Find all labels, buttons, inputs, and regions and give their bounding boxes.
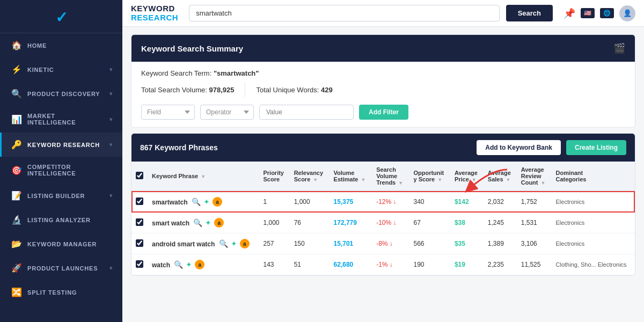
filter-value-input[interactable] bbox=[259, 105, 354, 120]
brand-logo: KEYWORD RESEARCH bbox=[131, 4, 178, 22]
volume-link-0[interactable]: 15,375 bbox=[334, 198, 354, 206]
row-trend-1: -10% ↓ bbox=[372, 213, 409, 233]
sidebar-item-split-testing[interactable]: 🔀 SPLIT TESTING bbox=[0, 280, 122, 304]
amazon-phrase-icon-1[interactable]: a bbox=[214, 218, 224, 228]
volume-label: Total Search Volume: bbox=[141, 86, 207, 94]
table-wrapper: Keyword Phrase ▼ PriorityScore Relevancy… bbox=[131, 162, 635, 275]
select-all-col bbox=[131, 162, 148, 191]
filter-field-select[interactable]: Field bbox=[141, 105, 195, 120]
sidebar-item-market-intelligence[interactable]: 📊 MARKET INTELLIGENCE ▾ bbox=[0, 106, 122, 133]
trend-value-0: -12% ↓ bbox=[376, 198, 396, 206]
volume-link-2[interactable]: 15,701 bbox=[334, 240, 354, 247]
summary-body: Keyword Search Term: "smartwatch" Total … bbox=[131, 62, 635, 127]
col-volume-estimate[interactable]: VolumeEstimate ▼ bbox=[330, 162, 372, 191]
sidebar-item-home[interactable]: 🏠 HOME bbox=[0, 33, 122, 57]
search-phrase-icon-0[interactable]: 🔍 bbox=[192, 197, 201, 206]
summary-stats: Total Search Volume: 978,925 Total Uniqu… bbox=[141, 83, 625, 97]
total-search-volume: Total Search Volume: 978,925 bbox=[141, 83, 245, 97]
col-keyword-phrase[interactable]: Keyword Phrase ▼ bbox=[148, 162, 259, 191]
chevron-icon-listing-builder: ▾ bbox=[109, 193, 113, 199]
col-opportunity-score[interactable]: Opportunity Score ▼ bbox=[409, 162, 450, 191]
video-icon[interactable]: 🎬 bbox=[613, 42, 625, 54]
sidebar-item-keyword-manager[interactable]: 📂 KEYWORD MANAGER bbox=[0, 232, 122, 256]
table-row: smart watch 🔍 ✦ a 1,000 76 172,779 -10% … bbox=[131, 213, 635, 233]
row-categories-3: Clothing, Sho... Electronics bbox=[552, 254, 635, 275]
col-search-volume-trends[interactable]: SearchVolumeTrends ▼ bbox=[372, 162, 409, 191]
table-row: smartwatch 🔍 ✦ a 1 1,000 15,375 -12% ↓ 3… bbox=[131, 191, 635, 213]
col-average-price[interactable]: AveragePrice ▼ bbox=[450, 162, 484, 191]
row-phrase-3: watch 🔍 ✦ a bbox=[148, 254, 259, 275]
row-avg-price-1: $38 bbox=[450, 213, 484, 233]
summary-header: Keyword Search Summary 🎬 bbox=[131, 35, 635, 62]
col-priority-score[interactable]: PriorityScore bbox=[259, 162, 289, 191]
user-avatar[interactable]: 👤 bbox=[619, 5, 635, 21]
sidebar-item-kinetic[interactable]: ⚡ KINETIC ▾ bbox=[0, 57, 122, 82]
col-relevancy-score[interactable]: RelevancyScore ▼ bbox=[290, 162, 330, 191]
row-avg-sales-3: 2,235 bbox=[484, 254, 517, 275]
row-categories-1: Electronics bbox=[552, 213, 635, 233]
row-relevancy-1: 76 bbox=[290, 213, 330, 233]
unique-label: Total Unique Words: bbox=[256, 86, 319, 94]
chevron-icon-product-launches: ▾ bbox=[109, 265, 113, 271]
row-avg-price-3: $19 bbox=[450, 254, 484, 275]
amazon-phrase-icon-0[interactable]: a bbox=[213, 197, 222, 207]
search-phrase-icon-3[interactable]: 🔍 bbox=[174, 260, 183, 269]
globe-selector[interactable]: 🌐 bbox=[600, 8, 614, 18]
add-filter-button[interactable]: Add Filter bbox=[359, 105, 408, 120]
row-checkbox-0[interactable] bbox=[136, 197, 143, 205]
create-listing-button[interactable]: Create Listing bbox=[566, 140, 626, 155]
filter-row: Field Operator Add Filter bbox=[141, 105, 625, 120]
row-checkbox-cell bbox=[131, 233, 148, 254]
keyword-phrase-icon-1[interactable]: ✦ bbox=[205, 218, 211, 227]
phrase-text-1: smart watch bbox=[152, 219, 189, 227]
row-checkbox-1[interactable] bbox=[136, 218, 143, 226]
sidebar-nav: 🏠 HOME ⚡ KINETIC ▾ 🔍 PRODUCT DISCOVERY ▾… bbox=[0, 33, 122, 322]
col-average-review-count[interactable]: AverageReviewCount ▼ bbox=[517, 162, 552, 191]
nav-icon-split-testing: 🔀 bbox=[11, 287, 22, 297]
sidebar-item-product-launches[interactable]: 🚀 PRODUCT LAUNCHES ▾ bbox=[0, 256, 122, 280]
row-phrase-0: smartwatch 🔍 ✦ a bbox=[148, 191, 259, 213]
phrase-icons-3: 🔍 ✦ a bbox=[174, 260, 204, 269]
nav-icon-product-discovery: 🔍 bbox=[11, 89, 22, 99]
row-priority-1: 1,000 bbox=[259, 213, 289, 233]
row-checkbox-3[interactable] bbox=[136, 260, 143, 268]
sidebar-item-keyword-research[interactable]: 🔑 KEYWORD RESEARCH ▾ bbox=[0, 133, 122, 157]
row-avg-price-0: $142 bbox=[450, 191, 484, 213]
row-priority-0: 1 bbox=[259, 191, 289, 213]
sidebar-item-product-discovery[interactable]: 🔍 PRODUCT DISCOVERY ▾ bbox=[0, 82, 122, 106]
total-unique-words: Total Unique Words: 429 bbox=[256, 83, 343, 97]
volume-link-3[interactable]: 62,680 bbox=[334, 261, 354, 268]
unique-value: 429 bbox=[321, 86, 333, 94]
trend-value-3: -1% ↓ bbox=[376, 261, 393, 268]
nav-icon-competitor-intelligence: 🎯 bbox=[11, 165, 22, 175]
sidebar-item-listing-builder[interactable]: 📝 LISTING BUILDER ▾ bbox=[0, 184, 122, 208]
trend-value-2: -8% ↓ bbox=[376, 240, 393, 247]
keywords-table: Keyword Phrase ▼ PriorityScore Relevancy… bbox=[131, 162, 635, 275]
brand-keyword: KEYWORD bbox=[131, 4, 178, 13]
search-phrase-icon-1[interactable]: 🔍 bbox=[193, 218, 202, 227]
filter-operator-select[interactable]: Operator bbox=[200, 105, 254, 120]
add-to-keyword-bank-button[interactable]: Add to Keyword Bank bbox=[477, 140, 561, 155]
amazon-phrase-icon-3[interactable]: a bbox=[195, 260, 204, 269]
row-phrase-1: smart watch 🔍 ✦ a bbox=[148, 213, 259, 233]
select-all-checkbox[interactable] bbox=[136, 172, 143, 179]
nav-icon-keyword-manager: 📂 bbox=[11, 239, 22, 249]
keyword-phrase-icon-0[interactable]: ✦ bbox=[203, 197, 210, 206]
search-phrase-icon-2[interactable]: 🔍 bbox=[219, 239, 228, 248]
search-button[interactable]: Search bbox=[506, 5, 553, 21]
row-volume-2: 15,701 bbox=[330, 233, 372, 254]
row-opportunity-3: 190 bbox=[409, 254, 450, 275]
row-checkbox-2[interactable] bbox=[136, 239, 143, 247]
pin-icon[interactable]: 📌 bbox=[564, 8, 575, 19]
keyword-phrase-icon-3[interactable]: ✦ bbox=[186, 260, 192, 269]
keyword-summary-card: Keyword Search Summary 🎬 Keyword Search … bbox=[131, 34, 635, 128]
volume-link-1[interactable]: 172,779 bbox=[334, 219, 357, 226]
flag-selector[interactable]: 🇺🇸 bbox=[581, 8, 595, 18]
keyword-phrase-icon-2[interactable]: ✦ bbox=[231, 239, 237, 248]
amazon-phrase-icon-2[interactable]: a bbox=[240, 239, 250, 248]
search-input[interactable] bbox=[189, 5, 499, 21]
sidebar-item-competitor-intelligence[interactable]: 🎯 COMPETITOR INTELLIGENCE bbox=[0, 157, 122, 184]
sidebar-item-listing-analyzer[interactable]: 🔬 LISTING ANALYZER bbox=[0, 208, 122, 232]
col-average-sales[interactable]: AverageSales ▼ bbox=[484, 162, 517, 191]
table-row: watch 🔍 ✦ a 143 51 62,680 -1% ↓ 190 $19 … bbox=[131, 254, 635, 275]
